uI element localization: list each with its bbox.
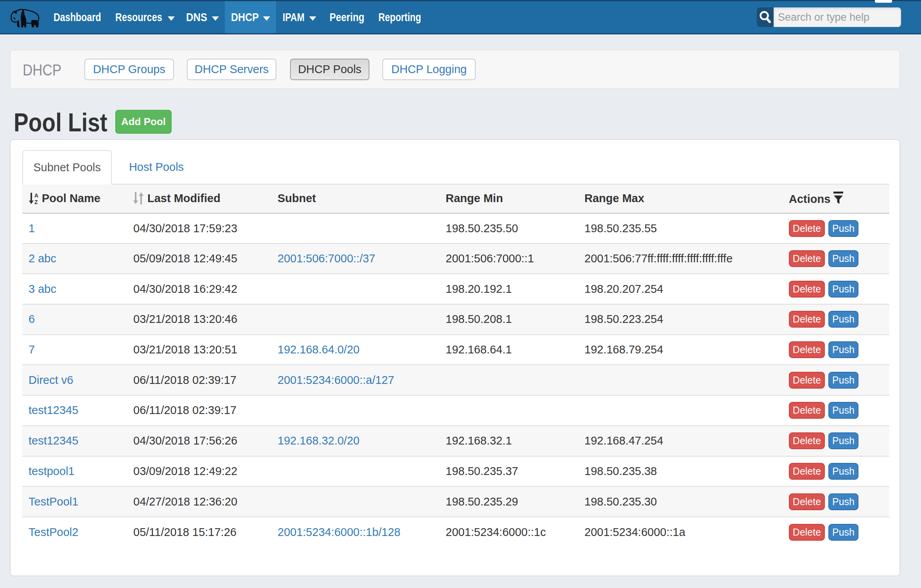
svg-text:Z: Z — [34, 199, 38, 204]
svg-text:A: A — [34, 193, 38, 199]
